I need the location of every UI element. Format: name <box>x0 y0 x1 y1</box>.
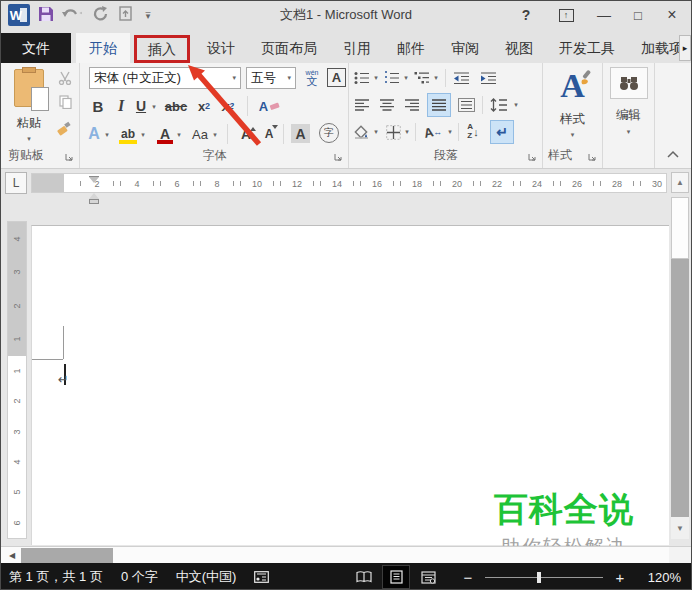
tab-design[interactable]: 设计 <box>194 33 248 63</box>
copy-button[interactable] <box>55 93 75 111</box>
vertical-scrollbar-thumb[interactable] <box>671 197 689 259</box>
phonetic-guide-button[interactable]: wén 文 <box>301 66 323 90</box>
clear-formatting-button[interactable]: A <box>257 95 283 117</box>
horizontal-scrollbar-thumb[interactable] <box>21 548 113 563</box>
font-name-combo[interactable]: 宋体 (中文正文)▾ <box>89 67 241 89</box>
multilevel-list-button[interactable] <box>412 68 432 88</box>
line-spacing-dropdown[interactable]: ▾ <box>512 98 520 112</box>
left-indent-marker[interactable] <box>89 199 99 204</box>
line-spacing-button[interactable] <box>487 94 511 116</box>
change-case-dropdown[interactable]: ▾ <box>211 127 219 143</box>
highlight-dropdown[interactable]: ▾ <box>139 127 147 143</box>
align-center-button[interactable] <box>377 95 397 115</box>
align-left-button[interactable] <box>352 95 372 115</box>
bullets-dropdown[interactable]: ▾ <box>372 71 380 85</box>
zoom-slider-track[interactable] <box>485 577 603 578</box>
redo-button[interactable] <box>91 4 111 24</box>
touch-mode-button[interactable] <box>117 4 135 24</box>
subscript-button[interactable]: x2 <box>194 95 214 117</box>
numbering-dropdown[interactable]: ▾ <box>402 71 410 85</box>
distribute-button[interactable] <box>455 95 477 115</box>
numbering-button[interactable] <box>382 68 402 88</box>
tab-insert[interactable]: 插入 <box>134 35 190 63</box>
shading-dropdown[interactable]: ▾ <box>372 125 380 139</box>
sort-button[interactable]: A Z ↓ <box>462 120 484 144</box>
justify-button[interactable] <box>427 93 451 117</box>
tab-stop-selector[interactable]: L <box>5 172 27 194</box>
styles-dialog-launcher[interactable] <box>588 153 598 163</box>
align-right-button[interactable] <box>402 95 422 115</box>
editing-button[interactable]: 编辑 ▾ <box>603 67 654 136</box>
underline-dropdown[interactable]: ▾ <box>150 99 158 115</box>
enclose-characters-button[interactable]: 字 <box>319 123 339 143</box>
change-case-button[interactable]: Aa <box>189 123 211 145</box>
character-border-button[interactable]: A <box>327 68 346 87</box>
web-layout-button[interactable] <box>415 566 441 588</box>
tab-file[interactable]: 文件 <box>1 33 71 63</box>
word-count[interactable]: 0 个字 <box>121 568 158 586</box>
read-mode-button[interactable] <box>351 566 377 588</box>
superscript-button[interactable]: x2 <box>218 95 238 117</box>
zoom-slider-thumb[interactable] <box>537 572 541 583</box>
paste-button[interactable]: 粘贴 ▾ <box>7 67 51 159</box>
text-effects-button[interactable]: A <box>85 123 103 145</box>
customize-qat-button[interactable]: –▾ <box>141 4 155 24</box>
print-layout-button[interactable] <box>383 566 409 588</box>
grow-font-button[interactable]: A <box>237 123 255 145</box>
underline-button[interactable]: U <box>133 95 149 117</box>
tab-mailings[interactable]: 邮件 <box>384 33 438 63</box>
multilevel-dropdown[interactable]: ▾ <box>432 71 440 85</box>
vertical-ruler[interactable]: 4321 123456 <box>7 221 27 539</box>
tab-page-layout[interactable]: 页面布局 <box>248 33 330 63</box>
collapse-ribbon-button[interactable] <box>667 150 683 162</box>
borders-button[interactable] <box>383 122 403 142</box>
font-color-dropdown[interactable]: ▾ <box>175 127 183 143</box>
shading-button[interactable] <box>352 122 372 142</box>
minimize-button[interactable]: — <box>591 1 617 29</box>
save-button[interactable] <box>37 4 55 24</box>
zoom-in-button[interactable]: + <box>613 569 627 586</box>
borders-dropdown[interactable]: ▾ <box>403 125 411 139</box>
zoom-level[interactable]: 120% <box>635 570 681 585</box>
first-line-indent-marker[interactable] <box>89 177 99 188</box>
text-effects-dropdown[interactable]: ▾ <box>103 127 111 143</box>
hanging-indent-marker[interactable] <box>89 188 99 199</box>
tab-view[interactable]: 视图 <box>492 33 546 63</box>
italic-button[interactable]: I <box>114 95 128 117</box>
tab-developer[interactable]: 开发工具 <box>546 33 628 63</box>
bullets-button[interactable] <box>352 68 372 88</box>
highlight-color-button[interactable]: ab <box>117 123 139 145</box>
asian-layout-button[interactable]: A ↔ <box>420 121 446 143</box>
decrease-indent-button[interactable] <box>450 68 472 88</box>
styles-button[interactable]: A 样式 ▾ <box>543 67 602 147</box>
scroll-up-button[interactable]: ▲ <box>671 172 689 193</box>
ribbon-display-options-button[interactable]: ↑ <box>553 1 579 29</box>
format-painter-button[interactable] <box>53 118 75 138</box>
zoom-out-button[interactable]: − <box>461 569 475 586</box>
maximize-button[interactable]: □ <box>625 1 651 29</box>
horizontal-scrollbar[interactable]: ◀ <box>1 546 669 563</box>
tab-review[interactable]: 审阅 <box>438 33 492 63</box>
font-size-combo[interactable]: 五号▾ <box>246 67 296 89</box>
character-shading-button[interactable]: A <box>291 124 310 143</box>
tab-home[interactable]: 开始 <box>76 33 130 63</box>
scroll-left-button[interactable]: ◀ <box>3 548 21 563</box>
close-button[interactable]: × <box>659 1 685 29</box>
cut-button[interactable] <box>55 69 75 87</box>
help-button[interactable]: ? <box>513 1 539 29</box>
asian-layout-dropdown[interactable]: ▾ <box>446 125 454 139</box>
bold-button[interactable]: B <box>89 95 107 117</box>
shrink-font-button[interactable]: A <box>261 123 277 145</box>
show-hide-marks-button[interactable]: ↵ <box>490 120 514 144</box>
word-logo-icon[interactable]: W <box>8 4 30 26</box>
font-color-button[interactable]: A <box>155 123 175 145</box>
tab-references[interactable]: 引用 <box>330 33 384 63</box>
language-indicator[interactable]: 中文(中国) <box>176 568 237 586</box>
paragraph-dialog-launcher[interactable] <box>528 153 538 163</box>
strikethrough-button[interactable]: abc <box>163 95 189 117</box>
undo-button[interactable] <box>61 4 85 24</box>
macro-record-button[interactable] <box>254 571 269 583</box>
font-dialog-launcher[interactable] <box>334 153 344 163</box>
increase-indent-button[interactable] <box>477 68 499 88</box>
scroll-down-button[interactable]: ▼ <box>671 517 689 539</box>
